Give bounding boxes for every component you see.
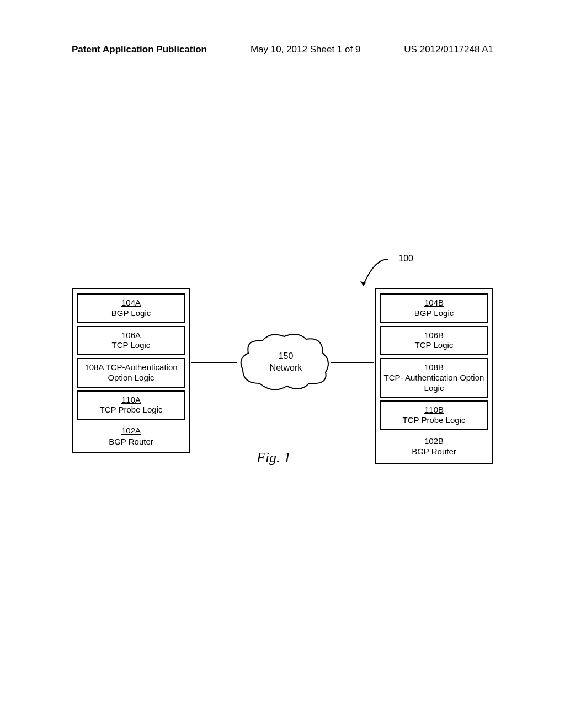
tcp-auth-a-box: 108A TCP-Authentication Option Logic [77,358,185,388]
header-pub-number: US 2012/0117248 A1 [404,44,493,55]
router-b-ref: 102B [424,436,444,446]
tcp-logic-b-label: TCP Logic [415,340,454,350]
router-a-ref: 102A [121,426,141,435]
tcp-logic-a-ref: 106A [121,330,141,340]
header-date-sheet: May 10, 2012 Sheet 1 of 9 [250,44,360,55]
tcp-auth-a-label: TCP-Authentication Option Logic [106,362,178,382]
tcp-auth-b-box: 108B TCP- Authentication Option Logic [380,358,488,398]
tcp-auth-b-ref: 108B [424,362,444,372]
tcp-auth-a-ref: 108A [84,362,103,372]
page-header: Patent Application Publication May 10, 2… [0,44,565,55]
connector-b-to-network [331,362,374,363]
figure-diagram: 100 104A BGP Logic 106A TCP Logic 108A T… [72,254,493,474]
network-name: Network [270,363,302,372]
tcp-probe-b-label: TCP Probe Logic [403,415,466,425]
router-b-label: 102B BGP Router [380,433,488,458]
bgp-logic-a-ref: 104A [121,298,141,307]
header-publication: Patent Application Publication [72,44,207,55]
tcp-probe-b-box: 110B TCP Probe Logic [380,400,488,430]
tcp-logic-a-label: TCP Logic [112,340,151,350]
tcp-logic-b-box: 106B TCP Logic [380,326,488,356]
router-a-name: BGP Router [109,437,153,446]
system-arrow-curve [358,258,391,291]
bgp-logic-b-label: BGP Logic [414,308,454,318]
tcp-logic-b-ref: 106B [424,330,444,340]
network-ref: 150 [279,351,294,361]
router-a-label: 102A BGP Router [77,422,185,448]
connector-a-to-network [191,362,237,363]
bgp-logic-b-box: 104B BGP Logic [380,293,488,323]
tcp-probe-a-label: TCP Probe Logic [100,405,163,414]
network-label: 150 Network [264,351,308,374]
tcp-probe-a-box: 110A TCP Probe Logic [77,390,185,420]
tcp-probe-b-ref: 110B [424,405,444,414]
bgp-router-b: 104B BGP Logic 106B TCP Logic 108B TCP- … [375,288,493,464]
bgp-logic-b-ref: 104B [424,298,444,307]
router-b-name: BGP Router [412,447,456,456]
system-reference-number: 100 [398,254,413,264]
bgp-router-a: 104A BGP Logic 106A TCP Logic 108A TCP-A… [72,288,190,453]
tcp-logic-a-box: 106A TCP Logic [77,326,185,356]
tcp-auth-b-label: TCP- Authentication Option Logic [384,373,484,393]
bgp-logic-a-box: 104A BGP Logic [77,293,185,323]
figure-caption: Fig. 1 [257,449,291,466]
bgp-logic-a-label: BGP Logic [111,308,151,318]
tcp-probe-a-ref: 110A [121,395,141,404]
